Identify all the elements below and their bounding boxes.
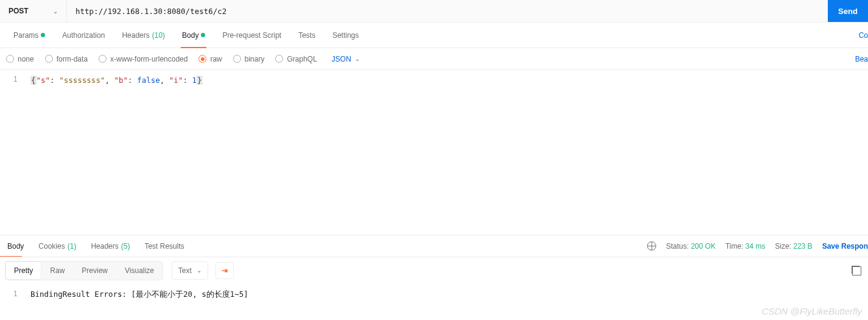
resp-tab-headers[interactable]: Headers (5) [83,235,137,257]
response-tabs: Body Cookies (1) Headers (5) Test Result… [0,235,868,257]
radio-icon [6,55,14,63]
tab-tests[interactable]: Tests [290,23,324,48]
comma: , [105,76,110,85]
seg-visualize[interactable]: Visualize [116,261,163,280]
bodytype-binary[interactable]: binary [233,55,265,63]
status-dot-icon [41,33,45,37]
json-key: "s" [37,76,51,85]
tab-label: Headers [91,242,118,251]
time-value: 34 ms [746,242,766,251]
radio-label: x-www-form-urlencoded [110,55,187,63]
bodytype-none[interactable]: none [6,55,34,63]
tab-label: Cookies [38,242,65,251]
view-mode-segment: Pretty Raw Preview Visualize [5,261,163,280]
colon: : [128,76,133,85]
http-method-select[interactable]: POST ⌄ [0,0,67,22]
request-bar: POST ⌄ Send [0,0,868,23]
radio-label: raw [210,55,222,63]
json-bool: false [137,76,160,85]
tab-label: Pre-request Script [222,31,281,40]
tab-label: Headers [122,31,149,40]
json-key: "i" [169,76,183,85]
tab-settings[interactable]: Settings [324,23,367,48]
response-body[interactable]: 1 BindingResult Errors: [最小不能小于20, s的长度1… [0,283,868,304]
globe-icon[interactable] [647,241,656,251]
size-value: 223 B [793,242,812,251]
copy-response-button[interactable] [852,266,859,276]
chevron-down-icon: ⌄ [53,8,58,15]
cookies-link[interactable]: Co [859,31,868,40]
radio-label: none [18,55,34,63]
response-mode-select[interactable]: Text ⌄ [172,261,208,280]
tab-authorization[interactable]: Authorization [54,23,113,48]
time-label: Time: [726,242,744,251]
chevron-down-icon: ⌄ [197,267,201,274]
raw-format-select[interactable]: JSON ⌄ [332,55,360,63]
bodytype-raw[interactable]: raw [198,55,222,63]
tab-label: Settings [332,31,359,40]
tab-headers[interactable]: Headers (10) [113,23,173,48]
seg-pretty[interactable]: Pretty [5,261,41,280]
seg-preview[interactable]: Preview [73,261,116,280]
radio-icon [275,55,283,63]
resp-tab-testresults[interactable]: Test Results [137,235,191,257]
line-number: 1 [0,287,30,300]
size-label: Size: [775,242,791,251]
bodytype-graphql[interactable]: GraphQL [275,55,317,63]
mode-value: Text [178,266,192,275]
status-dot-icon [201,33,205,37]
json-string: "ssssssss" [59,76,105,85]
chevron-down-icon: ⌄ [355,55,360,62]
radio-icon [233,55,241,63]
editor-code[interactable]: {"s": "ssssssss", "b": false, "i": 1} [30,70,203,86]
tab-prerequest[interactable]: Pre-request Script [214,23,290,48]
response-text: BindingResult Errors: [最小不能小于20, s的长度1~5… [30,287,248,300]
editor-line: 1 {"s": "ssssssss", "b": false, "i": 1} [0,70,868,86]
tab-body[interactable]: Body [173,23,214,48]
time-group: Time: 34 ms [726,242,766,251]
line-number: 1 [0,70,30,84]
bodytype-urlencoded[interactable]: x-www-form-urlencoded [99,55,187,63]
tab-count: (5) [121,242,130,251]
response-meta: Status: 200 OK Time: 34 ms Size: 223 B S… [647,241,868,251]
tab-label: Tests [298,31,315,40]
tab-label: Body [182,31,198,40]
wrap-lines-icon: ⇥ [222,266,228,275]
resp-tab-cookies[interactable]: Cookies (1) [31,235,83,257]
send-button[interactable]: Send [828,0,868,22]
body-type-row: none form-data x-www-form-urlencoded raw… [0,48,868,70]
request-tabs: Params Authorization Headers (10) Body P… [0,23,868,48]
radio-icon [99,55,107,63]
tab-count: (10) [152,31,165,40]
http-method-value: POST [9,7,29,15]
radio-icon [198,55,206,63]
copy-icon [852,266,859,274]
wrap-lines-button[interactable]: ⇥ [215,262,234,279]
beautify-link[interactable]: Bea [855,55,868,63]
size-group: Size: 223 B [775,242,812,251]
json-number: 1 [192,76,197,85]
status-group: Status: 200 OK [666,242,715,251]
seg-raw[interactable]: Raw [41,261,73,280]
radio-label: binary [245,55,265,63]
tab-count: (1) [68,242,77,251]
status-label: Status: [666,242,688,251]
colon: : [50,76,55,85]
url-input[interactable] [67,0,828,22]
colon: : [183,76,187,85]
tab-label: Params [13,31,38,40]
json-key: "b" [114,76,128,85]
brace-close: } [197,76,203,85]
comma: , [160,76,165,85]
save-response-button[interactable]: Save Respon [822,242,868,251]
radio-icon [45,55,53,63]
radio-label: form-data [57,55,88,63]
request-body-editor[interactable]: 1 {"s": "ssssssss", "b": false, "i": 1} [0,70,868,235]
bodytype-formdata[interactable]: form-data [45,55,88,63]
tab-params[interactable]: Params [5,23,54,48]
radio-label: GraphQL [287,55,317,63]
format-value: JSON [332,55,351,63]
tab-label: Body [7,242,24,251]
resp-tab-body[interactable]: Body [0,235,31,257]
brace-open: { [30,76,37,85]
